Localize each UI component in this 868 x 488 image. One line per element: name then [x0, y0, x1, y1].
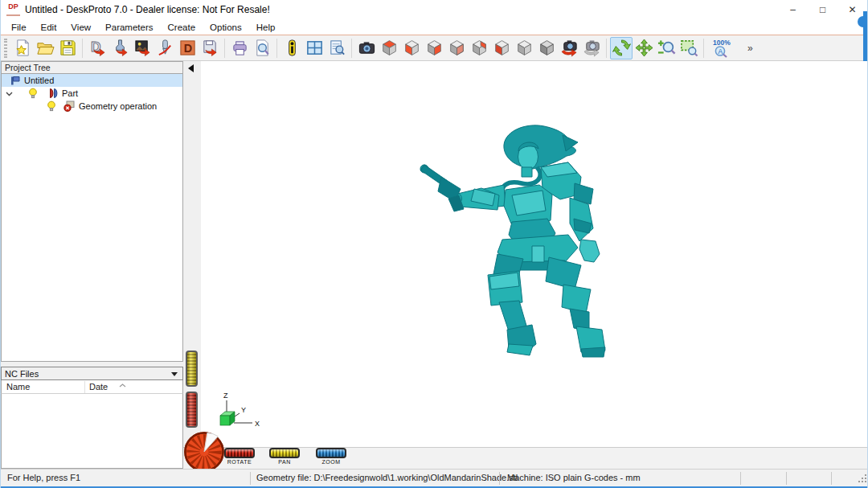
rotate-knob[interactable]: [183, 431, 225, 469]
open-folder-icon: [36, 39, 55, 57]
geometry-import-icon: D: [88, 39, 107, 57]
toolbar-separator: [224, 39, 225, 58]
pan-nav-button[interactable]: PAN: [268, 448, 301, 465]
rotate-label: ROTATE: [223, 459, 256, 465]
rotate-nav-button[interactable]: ROTATE: [223, 448, 256, 465]
menu-edit[interactable]: Edit: [34, 21, 64, 34]
axis-y-label: Y: [241, 406, 246, 414]
rotate-view-tool-button[interactable]: [610, 37, 633, 59]
view-right-button[interactable]: [423, 37, 445, 59]
teal-3d-figure-model[interactable]: [377, 119, 618, 370]
pan-slider[interactable]: [186, 351, 198, 387]
visibility-bulb-icon[interactable]: [28, 88, 38, 99]
pan-tool-icon: [635, 39, 653, 57]
svg-text:100%: 100%: [713, 39, 731, 47]
column-divider[interactable]: [84, 381, 85, 393]
open-project-button[interactable]: [34, 37, 56, 59]
toolbar-overflow-button[interactable]: »: [747, 43, 753, 54]
docked-panel-edge-handle[interactable]: [858, 16, 865, 27]
zoom-100-button[interactable]: 100%A: [707, 37, 735, 59]
view-cube-back-icon: [448, 39, 466, 57]
menu-parameters[interactable]: Parameters: [98, 21, 160, 34]
tree-item-geometry-operation[interactable]: Geometry operation: [2, 100, 182, 113]
title-bar[interactable]: DP Untitled - DeskProto 7.0 - Dealer lic…: [1, 0, 868, 19]
print-button[interactable]: [228, 37, 251, 59]
load-geometry-button[interactable]: D: [86, 37, 108, 59]
tree-item-part[interactable]: Part: [2, 87, 182, 100]
edit-cutter-button[interactable]: [154, 37, 176, 59]
save-nc-file-button[interactable]: [199, 37, 221, 59]
visibility-bulb-icon[interactable]: [47, 100, 56, 112]
collapse-panel-arrow[interactable]: [188, 64, 194, 72]
load-bitmap-button[interactable]: [131, 37, 154, 59]
sort-indicator-icon: [119, 379, 126, 389]
window-layout-icon: [305, 39, 324, 57]
rotate-tool-icon: [612, 39, 631, 57]
bitmap-import-icon: [133, 39, 152, 57]
info-icon: [283, 39, 301, 57]
app-logo-icon: DP: [6, 3, 20, 16]
new-file-icon: [14, 39, 32, 57]
toolbar-separator: [82, 39, 83, 58]
save-project-button[interactable]: [56, 37, 79, 59]
view-perspective-button[interactable]: [535, 37, 558, 59]
print-preview-button[interactable]: [251, 37, 273, 59]
report-button[interactable]: [326, 37, 348, 59]
chevron-down-icon[interactable]: [6, 90, 14, 97]
toolbar-drag-handle[interactable]: [4, 39, 7, 58]
view-isometric-button[interactable]: [513, 37, 535, 59]
tree-item-untitled[interactable]: Untitled: [2, 74, 182, 87]
menu-create[interactable]: Create: [161, 21, 203, 34]
column-header-name[interactable]: Name: [6, 382, 30, 392]
view-cube-left-icon: [493, 39, 511, 57]
status-separator: [740, 472, 741, 485]
menu-bar: File Edit View Parameters Create Options…: [1, 19, 868, 35]
status-bar: For Help, press F1 Geometry file: D:\Fre…: [1, 469, 868, 488]
minimize-button[interactable]: –: [778, 0, 808, 19]
geometry-operation-icon: [63, 100, 76, 112]
nc-files-dropdown-arrow[interactable]: [171, 372, 178, 376]
resize-grip[interactable]: [858, 474, 867, 485]
rotate-slider[interactable]: [186, 392, 198, 428]
load-cutter-button[interactable]: [108, 37, 131, 59]
zoom-window-tool-button[interactable]: [678, 37, 700, 59]
view-cube-iso-icon: [515, 39, 534, 57]
project-icon: [10, 75, 21, 86]
view-front-button[interactable]: [400, 37, 423, 59]
window-layout-button[interactable]: [303, 37, 326, 59]
view-left-button[interactable]: [490, 37, 513, 59]
menu-help[interactable]: Help: [249, 21, 283, 34]
toolbar: D D 100%A »: [1, 35, 868, 61]
view-back-button[interactable]: [445, 37, 468, 59]
tree-item-label: Untitled: [24, 76, 54, 85]
column-header-date[interactable]: Date: [89, 382, 108, 392]
view-bottom-button[interactable]: [468, 37, 490, 59]
svg-text:D: D: [183, 42, 191, 55]
maximize-button[interactable]: □: [808, 0, 837, 19]
new-project-button[interactable]: [11, 37, 34, 59]
camera-view-button[interactable]: [355, 37, 378, 59]
cutter-tool-icon: [156, 39, 174, 57]
pan-label: PAN: [268, 459, 301, 465]
menu-options[interactable]: Options: [203, 21, 249, 34]
zoom-nav-button[interactable]: ZOOM: [315, 448, 347, 465]
tree-item-label: Geometry operation: [79, 101, 157, 111]
nc-files-label: NC Files: [5, 369, 39, 379]
main-area: Project Tree Untitled Part Geometry oper…: [1, 61, 868, 469]
camera-rotate-gray-button[interactable]: [580, 37, 603, 59]
pan-view-tool-button[interactable]: [633, 37, 655, 59]
zoom-view-tool-button[interactable]: [655, 37, 678, 59]
view-top-button[interactable]: [378, 37, 400, 59]
camera-rotate-red-button[interactable]: [558, 37, 580, 59]
menu-view[interactable]: View: [63, 21, 98, 34]
info-button[interactable]: [280, 37, 303, 59]
dxf-import-button[interactable]: D: [176, 37, 199, 59]
camera-gray-arrow-icon: [583, 39, 601, 57]
rotate-bar-icon: [224, 448, 255, 458]
zoom-100-icon: 100%A: [710, 38, 731, 59]
nc-files-header[interactable]: NC Files: [1, 367, 183, 380]
menu-file[interactable]: File: [4, 21, 34, 34]
nc-files-list[interactable]: [1, 394, 183, 469]
project-tree-header: Project Tree: [1, 61, 183, 73]
view-cube-front-icon: [403, 39, 421, 57]
